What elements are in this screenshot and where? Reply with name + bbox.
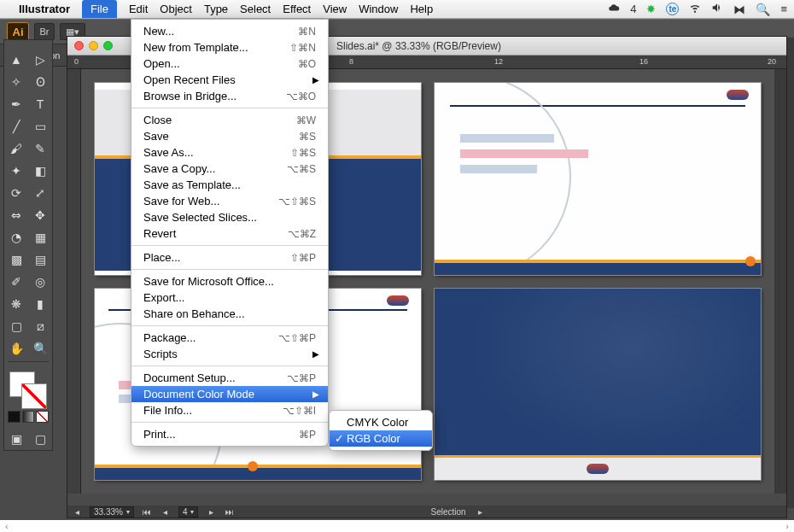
file-menu-item[interactable]: Save As...⇧⌘S: [131, 144, 328, 161]
file-menu-item[interactable]: File Info...⌥⇧⌘I: [131, 402, 328, 418]
spotlight-icon[interactable]: 🔍: [756, 3, 770, 16]
slice-tool-icon[interactable]: ⧄: [28, 315, 52, 337]
perspective-tool-icon[interactable]: ▦: [28, 226, 52, 248]
file-menu-item[interactable]: Share on Behance...: [131, 306, 328, 322]
window-minimize-icon[interactable]: [89, 41, 98, 50]
artboard-4[interactable]: [435, 289, 761, 481]
symbol-sprayer-tool-icon[interactable]: ❋: [4, 293, 28, 315]
lasso-tool-icon[interactable]: ʘ: [28, 71, 52, 93]
pencil-tool-icon[interactable]: ✎: [28, 137, 52, 160]
line-tool-icon[interactable]: ╱: [4, 115, 28, 137]
selection-tool-icon[interactable]: ▲: [4, 49, 28, 71]
file-menu-item[interactable]: Scripts▶: [131, 346, 328, 362]
screen-mode-full-icon[interactable]: ▢: [28, 428, 52, 450]
menu-file[interactable]: File: [82, 0, 117, 18]
width-tool-icon[interactable]: ⇔: [4, 204, 28, 226]
last-artboard-icon[interactable]: ⏭: [224, 507, 236, 517]
panel-dock[interactable]: [787, 38, 794, 508]
screen-mode-normal-icon[interactable]: ▣: [4, 428, 28, 450]
menu-view[interactable]: View: [323, 3, 347, 15]
file-menu-item[interactable]: Document Color Mode▶: [131, 386, 328, 402]
eraser-tool-icon[interactable]: ◧: [28, 160, 52, 182]
paintbrush-tool-icon[interactable]: 🖌: [4, 137, 28, 160]
menu-help[interactable]: Help: [410, 3, 433, 15]
prev-artboard-icon[interactable]: ◂: [160, 507, 172, 517]
wifi-icon[interactable]: [689, 2, 701, 16]
volume-icon[interactable]: [711, 2, 723, 16]
hand-tool-icon[interactable]: ✋: [4, 337, 28, 360]
zoom-tool-icon[interactable]: 🔍: [28, 337, 52, 360]
artboard-2[interactable]: [435, 83, 761, 275]
dropbox-icon[interactable]: ✸: [646, 3, 656, 15]
color-mode-icon[interactable]: [8, 411, 20, 423]
magic-wand-tool-icon[interactable]: ✧: [4, 71, 28, 93]
file-menu-item[interactable]: New from Template...⇧⌘N: [131, 39, 328, 56]
file-menu-item[interactable]: Browse in Bridge...⌥⌘O: [131, 88, 328, 104]
file-menu-item[interactable]: Document Setup...⌥⌘P: [131, 370, 328, 386]
cmyk-color-item[interactable]: CMYK Color: [330, 414, 432, 430]
ruler-vertical[interactable]: [67, 69, 81, 494]
next-artboard-icon[interactable]: ▸: [205, 507, 217, 517]
file-menu-item[interactable]: Save Selected Slices...: [131, 209, 328, 225]
te-icon[interactable]: te: [666, 3, 679, 15]
status-menu-icon[interactable]: ▸: [478, 507, 482, 517]
blob-brush-tool-icon[interactable]: ✦: [4, 160, 28, 182]
bluetooth-icon[interactable]: ⧓: [733, 3, 745, 16]
column-graph-tool-icon[interactable]: ▮: [28, 293, 52, 315]
menu-window[interactable]: Window: [359, 3, 398, 15]
gradient-mode-icon[interactable]: [22, 411, 35, 423]
gradient-tool-icon[interactable]: ▤: [28, 248, 52, 271]
file-menu-item[interactable]: Open...⌘O: [131, 56, 328, 72]
file-menu-item[interactable]: Export...: [131, 289, 328, 306]
menu-object[interactable]: Object: [160, 3, 192, 15]
window-close-icon[interactable]: [74, 41, 84, 50]
prev-page-icon[interactable]: ‹: [5, 521, 9, 531]
file-menu-item[interactable]: Save for Microsoft Office...: [131, 273, 328, 289]
rectangle-tool-icon[interactable]: ▭: [28, 115, 52, 137]
app-name[interactable]: Illustrator: [19, 3, 70, 15]
blend-tool-icon[interactable]: ◎: [28, 271, 52, 293]
menu-edit[interactable]: Edit: [129, 3, 148, 15]
scrollbar-vertical[interactable]: [774, 69, 786, 494]
none-mode-icon[interactable]: [36, 411, 49, 423]
menu-extras-icon[interactable]: ≡: [780, 3, 787, 15]
type-tool-icon[interactable]: T: [28, 93, 52, 115]
shape-builder-tool-icon[interactable]: ◔: [4, 226, 28, 248]
menu-effect[interactable]: Effect: [283, 3, 311, 15]
file-menu-item[interactable]: New...⌘N: [131, 23, 328, 39]
fill-stroke-swatches[interactable]: [4, 368, 52, 409]
pen-tool-icon[interactable]: ✒: [4, 93, 28, 115]
file-menu-item[interactable]: Print...⌘P: [131, 426, 328, 442]
stroke-color-swatch[interactable]: [21, 383, 47, 409]
artboard-nav-field[interactable]: 4▾: [178, 506, 199, 517]
bridge-button[interactable]: Br: [34, 23, 55, 40]
first-artboard-icon[interactable]: ⏮: [141, 507, 153, 517]
file-menu-item[interactable]: Close⌘W: [131, 112, 328, 128]
rgb-color-item[interactable]: ✓RGB Color: [330, 430, 432, 447]
file-menu-item[interactable]: Save a Copy...⌥⌘S: [131, 161, 328, 177]
next-page-icon[interactable]: ›: [785, 521, 789, 531]
zoom-out-icon[interactable]: ◂: [71, 507, 83, 517]
scale-tool-icon[interactable]: ⤢: [28, 182, 52, 204]
menu-type[interactable]: Type: [204, 3, 228, 15]
direct-selection-tool-icon[interactable]: ▷: [28, 49, 52, 71]
file-menu-item[interactable]: Revert⌥⌘Z: [131, 225, 328, 242]
artboard-tool-icon[interactable]: ▢: [4, 315, 28, 337]
submenu-arrow-icon: ▶: [312, 389, 319, 399]
file-menu-item[interactable]: Save as Template...: [131, 177, 328, 193]
file-menu-item[interactable]: Place...⇧⌘P: [131, 249, 328, 266]
file-menu-item[interactable]: Save⌘S: [131, 128, 328, 144]
mesh-tool-icon[interactable]: ▩: [4, 248, 28, 271]
free-transform-tool-icon[interactable]: ✥: [28, 204, 52, 226]
rotate-tool-icon[interactable]: ⟳: [4, 182, 28, 204]
window-zoom-icon[interactable]: [103, 41, 113, 50]
creative-cloud-icon[interactable]: [608, 2, 620, 16]
file-menu-item[interactable]: Save for Web...⌥⇧⌘S: [131, 193, 328, 209]
cloud-count: 4: [630, 3, 636, 15]
submenu-arrow-icon: ▶: [312, 75, 319, 85]
eyedropper-tool-icon[interactable]: ✐: [4, 271, 28, 293]
file-menu-item[interactable]: Package...⌥⇧⌘P: [131, 330, 328, 346]
menu-select[interactable]: Select: [240, 3, 271, 15]
file-menu-item[interactable]: Open Recent Files▶: [131, 72, 328, 88]
zoom-field[interactable]: 33.33%▾: [90, 506, 134, 517]
